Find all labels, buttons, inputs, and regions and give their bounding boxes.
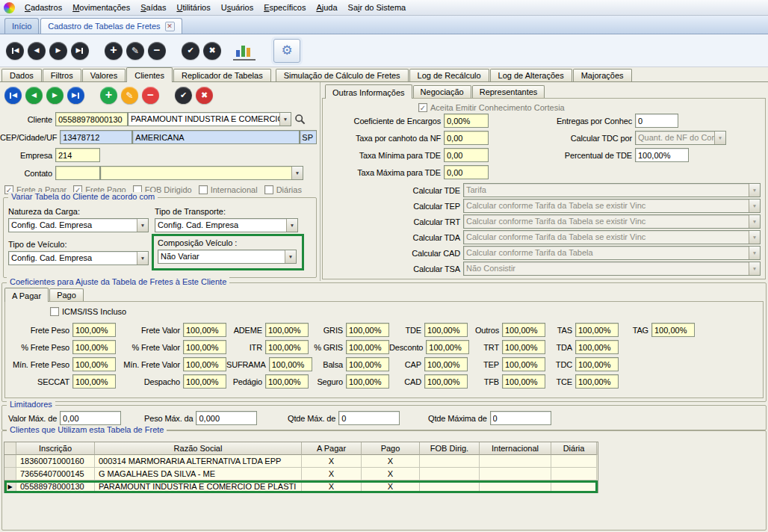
menu-especificos[interactable]: Específicos xyxy=(258,1,311,14)
tab-outras-informacoes[interactable]: Outras Informações xyxy=(325,84,412,99)
coef-suframa-input[interactable] xyxy=(269,357,312,371)
coef-tdc-input[interactable] xyxy=(575,357,619,371)
coef-seguro-input[interactable] xyxy=(346,374,389,389)
limit-valor-max-de-input[interactable] xyxy=(60,411,121,425)
settings-button[interactable]: ⚙ xyxy=(273,39,300,63)
coef-tep-input[interactable] xyxy=(502,357,545,371)
coef-frete-valor-input[interactable] xyxy=(183,340,226,354)
coef-outros-input[interactable] xyxy=(502,323,545,337)
coef-pedagio-input[interactable] xyxy=(265,374,309,389)
delete-record-button[interactable]: − xyxy=(148,42,166,60)
prev-record-button[interactable]: ◀ xyxy=(28,42,46,60)
calcular-cad-combo[interactable]: Calcular conforme Tarifa da Tabela▼ xyxy=(463,246,761,260)
coef-despacho-input[interactable] xyxy=(183,374,226,389)
client-edit-button[interactable]: ✎ xyxy=(121,87,138,104)
menu-sair-do-sistema[interactable]: Sair do Sistema xyxy=(343,1,412,14)
variar-tipo-de-transporte-combo[interactable]: Config. Cad. Empresa▼ xyxy=(155,218,298,232)
menu-movimentacoes[interactable]: Movimentações xyxy=(67,1,135,14)
client-cancel-button[interactable]: ✖ xyxy=(196,87,213,104)
icms-checkbox[interactable]: ICMS/ISS Incluso xyxy=(50,307,126,316)
client-next-button[interactable]: ▶ xyxy=(46,87,64,104)
calcular-tde-combo[interactable]: Tarifa▼ xyxy=(463,183,761,197)
table-row[interactable]: 73656407000145G MAGALHAES DA SILVA - MEX… xyxy=(4,468,598,480)
uf-input[interactable] xyxy=(300,130,317,144)
add-record-button[interactable]: + xyxy=(105,42,123,60)
coef-seccat-input[interactable] xyxy=(72,374,116,389)
tab-negociacao[interactable]: Negociação xyxy=(413,85,471,98)
confirm-button[interactable]: ✔ xyxy=(182,42,199,60)
flag-diarias[interactable]: Diárias xyxy=(264,185,302,194)
tab-filtros[interactable]: Filtros xyxy=(43,69,81,82)
tab-simulacao-de-calculo-de-fretes[interactable]: Simulação de Cálculo de Fretes xyxy=(276,69,409,82)
coef-gris-input[interactable] xyxy=(346,323,389,337)
coef-tde-input[interactable] xyxy=(424,323,468,337)
cep-input[interactable] xyxy=(60,130,132,144)
edit-record-button[interactable]: ✎ xyxy=(126,42,144,60)
tab-pago[interactable]: Pago xyxy=(49,288,84,301)
coef-min-frete-valor-input[interactable] xyxy=(183,357,226,371)
coef-min-frete-peso-input[interactable] xyxy=(72,357,116,371)
coef-tas-input[interactable] xyxy=(575,323,619,337)
table-row[interactable]: ▶05588978000130PARAMOUNT INDUSTRIA E COM… xyxy=(4,480,598,493)
coef-trt-input[interactable] xyxy=(502,340,545,354)
taxa-maxima-para-tde-input[interactable] xyxy=(444,165,489,179)
client-delete-button[interactable]: − xyxy=(142,87,159,104)
first-record-button[interactable]: ◀ xyxy=(6,42,24,60)
tab-log-de-alteracoes[interactable]: Log de Alterações xyxy=(490,69,572,82)
menu-cadastros[interactable]: Cadastros xyxy=(19,1,67,14)
table-row[interactable]: 18360071000160000314 MARMORARIA ALTERNAT… xyxy=(4,455,598,468)
tab-dados[interactable]: Dados xyxy=(1,69,42,82)
entregas-por-conhec-input[interactable] xyxy=(635,114,678,128)
limit-qtde-max-de-input[interactable] xyxy=(338,411,400,425)
coef-tce-input[interactable] xyxy=(575,374,619,389)
client-prev-button[interactable]: ◀ xyxy=(25,87,43,104)
coef-desconto-input[interactable] xyxy=(426,340,469,354)
client-confirm-button[interactable]: ✔ xyxy=(175,87,192,104)
search-icon[interactable] xyxy=(294,114,306,125)
tab-a-pagar[interactable]: A Pagar xyxy=(4,288,49,302)
tab-replicador-de-tabelas[interactable]: Replicador de Tabelas xyxy=(173,69,271,82)
variar-tipo-de-veiculo-combo[interactable]: Config. Cad. Empresa▼ xyxy=(8,251,149,265)
cortesia-checkbox[interactable]: ✓Aceita Emitir Conhecimento Cortesia xyxy=(418,103,565,112)
tab-log-de-recalculo[interactable]: Log de Recálculo xyxy=(409,69,489,82)
coef-ademe-input[interactable] xyxy=(265,323,309,337)
client-add-button[interactable]: + xyxy=(100,87,117,104)
client-first-button[interactable]: ◀ xyxy=(4,87,22,104)
cliente-name-combo[interactable]: PARAMOUNT INDUSTRIA E COMERCIO ▼ xyxy=(128,112,291,126)
flag-internacional[interactable]: Internacional xyxy=(199,185,258,194)
calcular-tsa-combo[interactable]: Não Consistir▼ xyxy=(463,262,761,276)
coef-frete-peso-input[interactable] xyxy=(72,323,116,337)
cidade-input[interactable] xyxy=(132,130,300,144)
window-tab-inicio[interactable]: Início xyxy=(4,18,39,34)
coeficiente-de-encargos-input[interactable] xyxy=(444,114,489,128)
coef-cad-input[interactable] xyxy=(424,374,468,389)
limit-qtde-maxima-de-input[interactable] xyxy=(490,411,551,425)
menu-usuarios[interactable]: Usuários xyxy=(216,1,258,14)
contato-combo[interactable]: ▼ xyxy=(100,166,303,180)
coef-gris-input[interactable] xyxy=(346,340,389,354)
calcular-tda-combo[interactable]: Calcular conforme Tarifa da Tabela se ex… xyxy=(463,230,761,244)
variar-natureza-da-carga-combo[interactable]: Config. Cad. Empresa▼ xyxy=(8,218,149,232)
empresa-input[interactable] xyxy=(55,148,100,162)
calcular-trt-combo[interactable]: Calcular conforme Tarifa da Tabela se ex… xyxy=(463,214,761,229)
calcular-tep-combo[interactable]: Calcular conforme Tarifa da Tabela se ex… xyxy=(463,199,761,213)
coef-tag-input[interactable] xyxy=(651,323,695,337)
variar-composicao-veiculo-combo[interactable]: Não Variar▼ xyxy=(158,250,297,264)
client-last-button[interactable]: ▶ xyxy=(67,87,84,104)
taxa-minima-para-tde-input[interactable] xyxy=(444,148,489,162)
coef-balsa-input[interactable] xyxy=(346,357,389,371)
coef-frete-valor-input[interactable] xyxy=(183,323,226,337)
coef-cap-input[interactable] xyxy=(424,357,468,371)
taxa-por-canhoto-da-nf-input[interactable] xyxy=(444,131,489,145)
cancel-button[interactable]: ✖ xyxy=(203,42,221,60)
calcular-tdc-por-combo[interactable]: Quant. de NF do Conhec.▼ xyxy=(635,131,726,145)
chart-button[interactable] xyxy=(233,41,256,61)
next-record-button[interactable]: ▶ xyxy=(49,42,67,60)
percentual-de-tde-input[interactable] xyxy=(635,148,689,162)
tab-clientes[interactable]: Clientes xyxy=(126,67,173,82)
coef-itr-input[interactable] xyxy=(265,340,309,354)
menu-utilitarios[interactable]: Utilitários xyxy=(171,1,215,14)
menu-saidas[interactable]: Saídas xyxy=(135,1,171,14)
close-tab-icon[interactable]: ✕ xyxy=(165,22,175,31)
coef-tda-input[interactable] xyxy=(575,340,619,354)
